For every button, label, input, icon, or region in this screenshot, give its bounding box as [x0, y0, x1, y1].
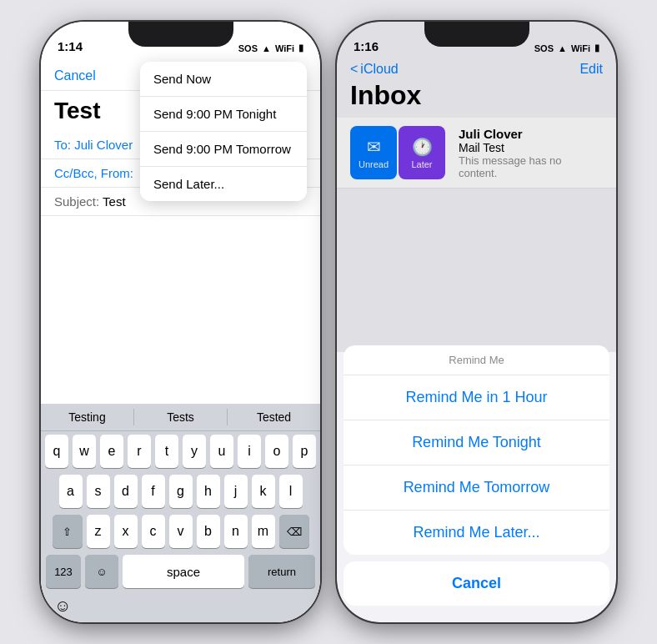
- autocomplete-tests[interactable]: Tests: [134, 409, 228, 425]
- key-q[interactable]: q: [45, 435, 68, 468]
- cc-bcc-label: Cc/Bcc, From:: [54, 166, 133, 180]
- key-shift[interactable]: ⇧: [53, 515, 83, 548]
- remind-tomorrow[interactable]: Remind Me Tomorrow: [344, 465, 609, 511]
- send-tonight-item[interactable]: Send 9:00 PM Tonight: [140, 97, 307, 132]
- key-w[interactable]: w: [73, 435, 96, 468]
- phone-1: 1:14 SOS ▲ WiFi ▮ Cancel ↑ Test To:: [41, 22, 320, 622]
- mail-compose: 1:14 SOS ▲ WiFi ▮ Cancel ↑ Test To:: [41, 22, 320, 622]
- keyboard: Testing Tests Tested q w e r t y u i o: [41, 404, 320, 622]
- emoji-icon[interactable]: ☺: [54, 596, 71, 616]
- key-z[interactable]: z: [87, 515, 110, 548]
- remind-1-hour[interactable]: Remind Me in 1 Hour: [344, 375, 609, 420]
- key-u[interactable]: u: [210, 435, 233, 468]
- subject-value: Test: [103, 194, 126, 209]
- keyboard-rows: q w e r t y u i o p a s d: [41, 431, 320, 593]
- key-h[interactable]: h: [197, 475, 220, 508]
- status-icons-2: SOS ▲ WiFi ▮: [534, 43, 599, 53]
- battery-icon-2: ▮: [594, 43, 599, 53]
- autocomplete-tested[interactable]: Tested: [228, 409, 320, 425]
- key-t[interactable]: t: [155, 435, 178, 468]
- key-row-3: ⇧ z x c v b n m ⌫: [43, 515, 318, 548]
- key-n[interactable]: n: [224, 515, 248, 548]
- key-row-2: a s d f g h j k l: [43, 475, 318, 508]
- wifi-icon: WiFi: [275, 43, 294, 53]
- key-o[interactable]: o: [265, 435, 288, 468]
- key-v[interactable]: v: [169, 515, 193, 548]
- key-p[interactable]: p: [293, 435, 316, 468]
- phone-2: 1:16 SOS ▲ WiFi ▮ < iCloud Edit Inbox: [337, 22, 616, 622]
- remind-later[interactable]: Remind Me Later...: [344, 511, 609, 555]
- key-return[interactable]: return: [248, 555, 315, 588]
- screen-1: 1:14 SOS ▲ WiFi ▮ Cancel ↑ Test To:: [41, 22, 320, 622]
- screen-2: 1:16 SOS ▲ WiFi ▮ < iCloud Edit Inbox: [337, 22, 616, 622]
- remind-tonight[interactable]: Remind Me Tonight: [344, 420, 609, 465]
- key-x[interactable]: x: [114, 515, 138, 548]
- status-time-2: 1:16: [354, 39, 379, 53]
- key-i[interactable]: i: [238, 435, 261, 468]
- key-b[interactable]: b: [197, 515, 220, 548]
- wifi-icon-2: WiFi: [571, 43, 590, 53]
- status-time-1: 1:14: [58, 39, 83, 53]
- battery-icon: ▮: [298, 43, 303, 53]
- key-y[interactable]: y: [183, 435, 206, 468]
- key-j[interactable]: j: [224, 475, 248, 508]
- phone2-content: 1:16 SOS ▲ WiFi ▮ < iCloud Edit Inbox: [337, 22, 616, 622]
- notch-2: [424, 22, 529, 47]
- send-dropdown: Send Now Send 9:00 PM Tonight Send 9:00 …: [140, 62, 307, 201]
- send-tomorrow-item[interactable]: Send 9:00 PM Tomorrow: [140, 132, 307, 167]
- emoji-row: ☺: [41, 593, 320, 622]
- action-sheet-title: Remind Me: [344, 345, 609, 375]
- sos-icon-2: SOS: [534, 43, 554, 53]
- key-row-1: q w e r t y u i o p: [43, 435, 318, 468]
- key-s[interactable]: s: [87, 475, 110, 508]
- key-delete[interactable]: ⌫: [279, 515, 309, 548]
- status-icons-1: SOS ▲ WiFi ▮: [238, 43, 303, 53]
- key-space[interactable]: space: [123, 555, 244, 588]
- sos-icon: SOS: [238, 43, 258, 53]
- autocomplete-bar: Testing Tests Tested: [41, 404, 320, 431]
- notch-1: [128, 22, 233, 47]
- action-sheet-group: Remind Me Remind Me in 1 Hour Remind Me …: [344, 345, 609, 555]
- send-later-item[interactable]: Send Later...: [140, 167, 307, 201]
- to-value: Juli Clover: [74, 138, 133, 152]
- key-m[interactable]: m: [252, 515, 275, 548]
- key-row-bottom: 123 ☺ space return: [43, 555, 318, 588]
- key-emoji[interactable]: ☺: [85, 555, 118, 588]
- cancel-button[interactable]: Cancel: [54, 68, 96, 83]
- subject-label: Subject:: [54, 194, 99, 209]
- to-label: To:: [54, 138, 71, 152]
- key-r[interactable]: r: [128, 435, 151, 468]
- send-now-item[interactable]: Send Now: [140, 62, 307, 97]
- key-g[interactable]: g: [169, 475, 193, 508]
- key-e[interactable]: e: [100, 435, 123, 468]
- key-c[interactable]: c: [142, 515, 165, 548]
- key-a[interactable]: a: [59, 475, 83, 508]
- cancel-remind-button[interactable]: Cancel: [344, 561, 609, 606]
- key-l[interactable]: l: [279, 475, 303, 508]
- key-f[interactable]: f: [142, 475, 165, 508]
- signal-icon: ▲: [262, 43, 271, 53]
- key-d[interactable]: d: [114, 475, 138, 508]
- action-sheet-cancel-group: Cancel: [344, 561, 609, 606]
- autocomplete-testing[interactable]: Testing: [41, 409, 134, 425]
- remind-me-sheet: Remind Me Remind Me in 1 Hour Remind Me …: [337, 345, 616, 622]
- dim-overlay: [337, 22, 616, 352]
- signal-icon-2: ▲: [558, 43, 567, 53]
- key-123[interactable]: 123: [46, 555, 81, 588]
- key-k[interactable]: k: [252, 475, 275, 508]
